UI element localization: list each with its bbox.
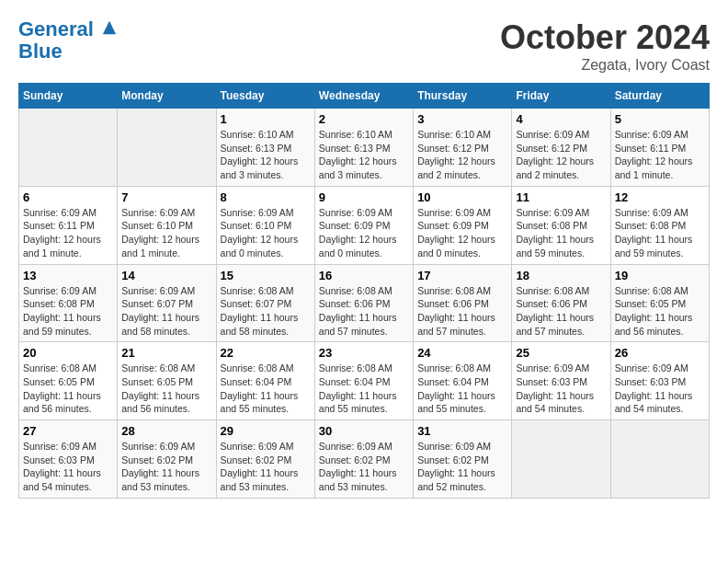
- day-number: 13: [23, 269, 113, 282]
- day-number: 24: [417, 346, 507, 360]
- calendar-week-2: 6Sunrise: 6:09 AM Sunset: 6:11 PM Daylig…: [19, 186, 710, 264]
- day-number: 21: [121, 346, 211, 360]
- page-header: General Blue October 2024 Zegata, Ivory …: [18, 18, 710, 74]
- calendar-week-3: 13Sunrise: 6:09 AM Sunset: 6:08 PM Dayli…: [19, 264, 710, 342]
- day-info: Sunrise: 6:09 AM Sunset: 6:11 PM Dayligh…: [615, 128, 705, 182]
- day-number: 27: [23, 424, 113, 438]
- day-info: Sunrise: 6:09 AM Sunset: 6:10 PM Dayligh…: [121, 206, 211, 260]
- day-number: 6: [23, 190, 113, 204]
- svg-marker-0: [103, 21, 116, 34]
- calendar-cell: 18Sunrise: 6:08 AM Sunset: 6:06 PM Dayli…: [512, 264, 610, 342]
- day-number: 12: [615, 190, 705, 204]
- calendar-cell: 1Sunrise: 6:10 AM Sunset: 6:13 PM Daylig…: [216, 109, 314, 187]
- day-number: 8: [221, 190, 311, 204]
- calendar-cell: 23Sunrise: 6:08 AM Sunset: 6:04 PM Dayli…: [314, 342, 413, 420]
- day-info: Sunrise: 6:08 AM Sunset: 6:07 PM Dayligh…: [221, 284, 311, 339]
- day-info: Sunrise: 6:08 AM Sunset: 6:05 PM Dayligh…: [23, 362, 113, 416]
- calendar-cell: 2Sunrise: 6:10 AM Sunset: 6:13 PM Daylig…: [314, 109, 413, 187]
- calendar-cell: 31Sunrise: 6:09 AM Sunset: 6:02 PM Dayli…: [414, 420, 512, 499]
- logo: General Blue: [18, 18, 118, 63]
- calendar-cell: 7Sunrise: 6:09 AM Sunset: 6:10 PM Daylig…: [118, 186, 216, 264]
- calendar-cell: 24Sunrise: 6:08 AM Sunset: 6:04 PM Dayli…: [414, 342, 512, 420]
- calendar-table: SundayMondayTuesdayWednesdayThursdayFrid…: [18, 83, 710, 499]
- day-number: 18: [516, 269, 606, 282]
- calendar-cell: 26Sunrise: 6:09 AM Sunset: 6:03 PM Dayli…: [610, 342, 709, 420]
- day-info: Sunrise: 6:08 AM Sunset: 6:06 PM Dayligh…: [516, 284, 606, 339]
- weekday-header-sunday: Sunday: [19, 84, 118, 109]
- day-info: Sunrise: 6:09 AM Sunset: 6:02 PM Dayligh…: [319, 440, 409, 494]
- day-info: Sunrise: 6:09 AM Sunset: 6:10 PM Dayligh…: [221, 206, 311, 260]
- day-number: 26: [615, 346, 705, 360]
- day-info: Sunrise: 6:09 AM Sunset: 6:08 PM Dayligh…: [615, 206, 705, 260]
- day-info: Sunrise: 6:09 AM Sunset: 6:03 PM Dayligh…: [23, 440, 113, 494]
- calendar-cell: 15Sunrise: 6:08 AM Sunset: 6:07 PM Dayli…: [216, 264, 314, 342]
- day-number: 10: [417, 190, 507, 204]
- day-number: 20: [23, 346, 113, 360]
- day-info: Sunrise: 6:08 AM Sunset: 6:05 PM Dayligh…: [615, 284, 705, 339]
- day-number: 7: [121, 190, 211, 204]
- calendar-cell: [118, 109, 216, 187]
- day-number: 16: [319, 269, 409, 282]
- calendar-cell: 29Sunrise: 6:09 AM Sunset: 6:02 PM Dayli…: [216, 420, 314, 499]
- day-number: 3: [417, 112, 507, 126]
- day-info: Sunrise: 6:08 AM Sunset: 6:06 PM Dayligh…: [417, 284, 507, 339]
- logo-text: General: [18, 18, 118, 40]
- calendar-cell: 30Sunrise: 6:09 AM Sunset: 6:02 PM Dayli…: [314, 420, 413, 499]
- title-block: October 2024 Zegata, Ivory Coast: [500, 18, 710, 74]
- day-info: Sunrise: 6:10 AM Sunset: 6:12 PM Dayligh…: [417, 128, 507, 182]
- logo-general: General: [18, 17, 94, 40]
- day-info: Sunrise: 6:09 AM Sunset: 6:09 PM Dayligh…: [319, 206, 409, 260]
- day-info: Sunrise: 6:09 AM Sunset: 6:08 PM Dayligh…: [23, 284, 113, 339]
- calendar-week-1: 1Sunrise: 6:10 AM Sunset: 6:13 PM Daylig…: [19, 109, 710, 187]
- day-number: 14: [121, 269, 211, 282]
- calendar-cell: 20Sunrise: 6:08 AM Sunset: 6:05 PM Dayli…: [19, 342, 118, 420]
- calendar-cell: 17Sunrise: 6:08 AM Sunset: 6:06 PM Dayli…: [414, 264, 512, 342]
- day-info: Sunrise: 6:09 AM Sunset: 6:02 PM Dayligh…: [121, 440, 211, 494]
- day-number: 22: [221, 346, 311, 360]
- logo-icon: [101, 19, 118, 36]
- month-title: October 2024: [500, 18, 710, 57]
- weekday-header-tuesday: Tuesday: [216, 84, 314, 109]
- day-info: Sunrise: 6:10 AM Sunset: 6:13 PM Dayligh…: [221, 128, 311, 182]
- day-info: Sunrise: 6:09 AM Sunset: 6:02 PM Dayligh…: [221, 440, 311, 494]
- calendar-cell: 27Sunrise: 6:09 AM Sunset: 6:03 PM Dayli…: [19, 420, 118, 499]
- calendar-cell: 4Sunrise: 6:09 AM Sunset: 6:12 PM Daylig…: [512, 109, 610, 187]
- calendar-cell: 13Sunrise: 6:09 AM Sunset: 6:08 PM Dayli…: [19, 264, 118, 342]
- day-info: Sunrise: 6:09 AM Sunset: 6:02 PM Dayligh…: [417, 440, 507, 494]
- day-number: 4: [516, 112, 606, 126]
- day-number: 17: [417, 269, 507, 282]
- day-info: Sunrise: 6:09 AM Sunset: 6:07 PM Dayligh…: [121, 284, 211, 339]
- calendar-body: 1Sunrise: 6:10 AM Sunset: 6:13 PM Daylig…: [19, 109, 710, 499]
- logo-blue: Blue: [18, 40, 118, 63]
- weekday-header-saturday: Saturday: [610, 84, 709, 109]
- calendar-cell: 6Sunrise: 6:09 AM Sunset: 6:11 PM Daylig…: [19, 186, 118, 264]
- calendar-cell: 8Sunrise: 6:09 AM Sunset: 6:10 PM Daylig…: [216, 186, 314, 264]
- day-info: Sunrise: 6:08 AM Sunset: 6:04 PM Dayligh…: [221, 362, 311, 416]
- day-info: Sunrise: 6:08 AM Sunset: 6:05 PM Dayligh…: [121, 362, 211, 416]
- day-number: 5: [615, 112, 705, 126]
- day-number: 29: [221, 424, 311, 438]
- day-number: 23: [319, 346, 409, 360]
- day-info: Sunrise: 6:10 AM Sunset: 6:13 PM Dayligh…: [319, 128, 409, 182]
- calendar-cell: 11Sunrise: 6:09 AM Sunset: 6:08 PM Dayli…: [512, 186, 610, 264]
- day-number: 31: [417, 424, 507, 438]
- calendar-cell: 28Sunrise: 6:09 AM Sunset: 6:02 PM Dayli…: [118, 420, 216, 499]
- calendar-cell: 21Sunrise: 6:08 AM Sunset: 6:05 PM Dayli…: [118, 342, 216, 420]
- day-info: Sunrise: 6:09 AM Sunset: 6:08 PM Dayligh…: [516, 206, 606, 260]
- calendar-cell: 3Sunrise: 6:10 AM Sunset: 6:12 PM Daylig…: [414, 109, 512, 187]
- calendar-cell: [19, 109, 118, 187]
- day-info: Sunrise: 6:09 AM Sunset: 6:11 PM Dayligh…: [23, 206, 113, 260]
- calendar-cell: [610, 420, 709, 499]
- calendar-cell: 16Sunrise: 6:08 AM Sunset: 6:06 PM Dayli…: [314, 264, 413, 342]
- weekday-row: SundayMondayTuesdayWednesdayThursdayFrid…: [19, 84, 710, 109]
- day-number: 15: [221, 269, 311, 282]
- day-number: 11: [516, 190, 606, 204]
- weekday-header-monday: Monday: [118, 84, 216, 109]
- day-number: 2: [319, 112, 409, 126]
- day-info: Sunrise: 6:09 AM Sunset: 6:03 PM Dayligh…: [516, 362, 606, 416]
- day-number: 1: [221, 112, 311, 126]
- calendar-cell: [512, 420, 610, 499]
- calendar-cell: 25Sunrise: 6:09 AM Sunset: 6:03 PM Dayli…: [512, 342, 610, 420]
- day-number: 28: [121, 424, 211, 438]
- day-info: Sunrise: 6:08 AM Sunset: 6:04 PM Dayligh…: [417, 362, 507, 416]
